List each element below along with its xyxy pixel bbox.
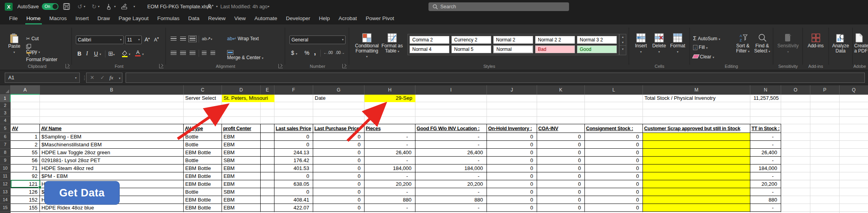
data-cell-I12[interactable]: 20,200	[415, 180, 487, 188]
fill-color-dropdown-icon[interactable]: ▾	[129, 52, 130, 56]
data-cell-E12[interactable]	[261, 180, 274, 188]
cell-date-value[interactable]: 29-Sep	[364, 95, 415, 102]
borders-button[interactable]: ⊞▾	[108, 50, 115, 57]
gallery-more-icon[interactable]: ▾	[620, 45, 626, 53]
data-cell-H13[interactable]: -	[364, 188, 415, 196]
row-header-14[interactable]: 14	[0, 196, 11, 204]
header-cell-M[interactable]: Customer Scrap approved but still in Sto…	[643, 124, 750, 133]
data-cell-G15[interactable]: 0	[313, 204, 364, 212]
style-normal-5[interactable]: Normal 5	[451, 45, 491, 53]
decrease-decimal-button[interactable]: .00→	[335, 50, 345, 55]
data-cell-G6[interactable]: 0	[313, 133, 364, 141]
merge-center-button[interactable]: Merge & Center ▾	[227, 50, 263, 60]
data-cell-M6[interactable]	[643, 133, 750, 141]
align-right-icon[interactable]	[190, 51, 195, 55]
column-header-D[interactable]: D	[222, 85, 261, 95]
data-cell-B15[interactable]: HDPE Ridex 48oz blue	[40, 204, 184, 212]
data-cell-F9[interactable]: 176.42	[274, 157, 313, 164]
fill-color-button[interactable]	[122, 50, 128, 57]
row-header-9[interactable]: 9	[0, 157, 11, 164]
header-cell-K[interactable]: COA-INV	[537, 124, 585, 133]
find-select-button[interactable]: Find & Select ▾	[753, 33, 771, 54]
redo-dropdown-icon[interactable]: ▾	[98, 0, 100, 13]
data-cell-F15[interactable]: 422.07	[274, 204, 313, 212]
cell-date-label[interactable]: Date	[313, 95, 364, 102]
mode-dropdown-icon[interactable]: ▾	[114, 0, 116, 13]
data-cell-A6[interactable]: 1	[11, 133, 40, 141]
gallery-up-icon[interactable]: ▴	[620, 34, 626, 40]
row-header-15[interactable]: 15	[0, 204, 11, 212]
font-size-select[interactable]: 11▾	[125, 36, 142, 44]
data-cell-A10[interactable]: 71	[11, 164, 40, 172]
tab-home[interactable]: Home	[22, 13, 45, 24]
header-cell-B[interactable]: AV Name	[40, 124, 184, 133]
data-cell-D12[interactable]: EBM	[222, 180, 261, 188]
data-cell-K12[interactable]: 0	[537, 180, 585, 188]
tab-macros[interactable]: Macros	[45, 13, 71, 24]
align-bottom-icon[interactable]	[190, 37, 195, 41]
create-pdf-button[interactable]: Create a PDF	[854, 33, 868, 54]
data-cell-E13[interactable]	[261, 188, 274, 196]
column-header-M[interactable]: M	[643, 85, 750, 95]
data-cell-H6[interactable]: -	[364, 133, 415, 141]
tab-acrobat[interactable]: Acrobat	[334, 13, 361, 24]
tab-view[interactable]: View	[230, 13, 250, 24]
data-cell-K7[interactable]: 0	[537, 141, 585, 149]
data-cell-I15[interactable]: -	[415, 204, 487, 212]
header-cell-E[interactable]	[261, 124, 274, 133]
increase-decimal-button[interactable]: ←.00	[323, 50, 333, 55]
font-name-select[interactable]: Calibri▾	[76, 36, 124, 44]
data-cell-M9[interactable]	[643, 157, 750, 164]
data-cell-L14[interactable]: 0	[585, 196, 643, 204]
data-cell-G12[interactable]: 0	[313, 180, 364, 188]
get-data-button[interactable]: Get Data	[44, 181, 120, 205]
data-cell-J14[interactable]: 0	[487, 196, 537, 204]
data-cell-D15[interactable]: EBM	[222, 204, 261, 212]
data-cell-A15[interactable]: 155	[11, 204, 40, 212]
font-color-button[interactable]: A	[135, 50, 141, 56]
data-cell-J9[interactable]: 0	[487, 157, 537, 164]
data-cell-F7[interactable]: 0	[274, 141, 313, 149]
data-cell-K14[interactable]: 0	[537, 196, 585, 204]
undo-icon[interactable]: ↺	[77, 0, 83, 13]
increase-indent-icon[interactable]	[210, 51, 215, 55]
data-cell-A14[interactable]: 152	[11, 196, 40, 204]
data-cell-L8[interactable]: 0	[585, 149, 643, 157]
data-cell-J11[interactable]: 0	[487, 172, 537, 180]
data-cell-D13[interactable]: SBM	[222, 188, 261, 196]
data-cell-J15[interactable]: 0	[487, 204, 537, 212]
row-header-6[interactable]: 6	[0, 133, 11, 141]
data-cell-N7[interactable]: -	[750, 141, 781, 149]
data-cell-H11[interactable]: -	[364, 172, 415, 180]
redo-icon[interactable]: ↻	[92, 0, 97, 13]
data-cell-C11[interactable]: EBM Bottle	[184, 172, 222, 180]
header-cell-F[interactable]: Last sales Price	[274, 124, 313, 133]
wrap-text-button[interactable]: ab↵ Wrap Text	[227, 36, 259, 41]
data-cell-K6[interactable]: 0	[537, 133, 585, 141]
column-header-J[interactable]: J	[487, 85, 537, 95]
cut-button[interactable]: ✂ Cut	[26, 36, 39, 41]
column-header-C[interactable]: C	[184, 85, 222, 95]
data-cell-M13[interactable]	[643, 188, 750, 196]
styles-gallery-scroll[interactable]: ▴ ▾ ▾	[619, 34, 626, 55]
data-cell-H8[interactable]: 26,400	[364, 149, 415, 157]
tab-power-pivot[interactable]: Power Pivot	[361, 13, 398, 24]
decrease-font-size-button[interactable]: A▾	[154, 36, 159, 43]
number-format-select[interactable]: General▾	[289, 36, 346, 44]
column-header-K[interactable]: K	[537, 85, 585, 95]
header-cell-J[interactable]: On-Hold Inventory :	[487, 124, 537, 133]
last-modified-chevron-icon[interactable]: ▾	[268, 0, 269, 13]
orientation-button[interactable]: ab↗▾	[202, 36, 212, 41]
data-cell-A7[interactable]: 2	[11, 141, 40, 149]
row-header-13[interactable]: 13	[0, 188, 11, 196]
data-cell-C6[interactable]: Bottle	[184, 133, 222, 141]
format-cells-button[interactable]: Format▾	[669, 33, 687, 54]
header-cell-I[interactable]: Good FG W/o INV Location :	[415, 124, 487, 133]
formula-input[interactable]	[126, 73, 865, 83]
data-cell-M10[interactable]	[643, 164, 750, 172]
cell-server-value[interactable]: St. Peters, Missouri	[222, 95, 274, 102]
data-cell-E9[interactable]	[261, 157, 274, 164]
data-cell-L12[interactable]: 0	[585, 180, 643, 188]
data-cell-F8[interactable]: 244.13	[274, 149, 313, 157]
name-box-dropdown-icon[interactable]: ▾	[75, 76, 77, 80]
